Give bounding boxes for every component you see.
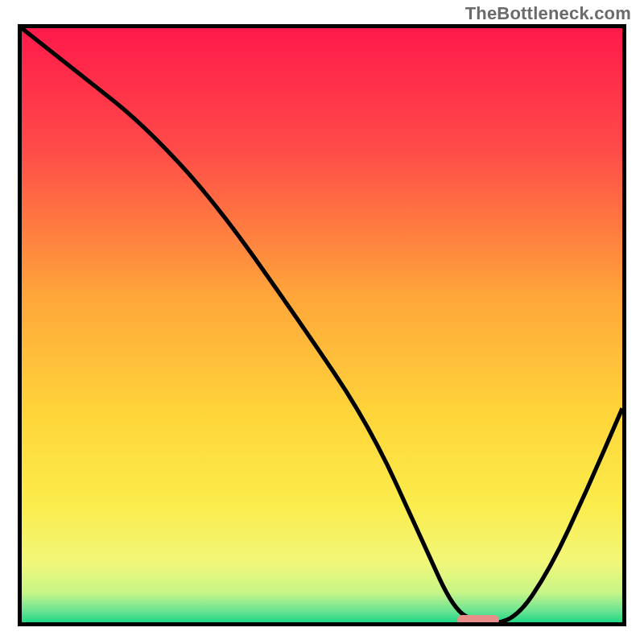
bottleneck-curve	[22, 28, 622, 622]
watermark-text: TheBottleneck.com	[465, 3, 631, 24]
chart-stage: TheBottleneck.com	[0, 0, 644, 644]
plot-frame	[18, 24, 626, 626]
curve-svg	[22, 28, 622, 622]
optimal-marker	[457, 615, 499, 625]
